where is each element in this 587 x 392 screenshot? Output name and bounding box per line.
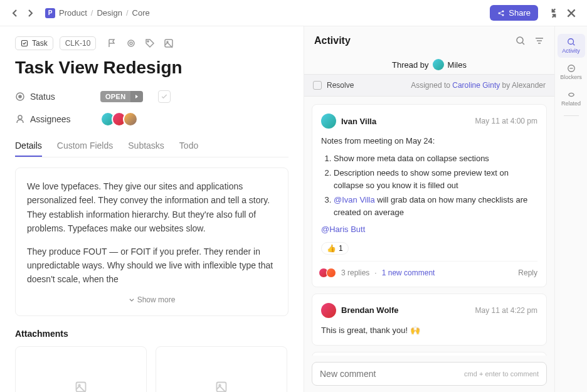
mention[interactable]: @Haris Butt [321, 223, 537, 236]
tab-todo[interactable]: Todo [179, 135, 198, 157]
share-button-label: Share [509, 8, 531, 18]
svg-point-1 [502, 10, 504, 12]
breadcrumb-item[interactable]: Product [59, 8, 87, 18]
task-type-chip[interactable]: Task [15, 36, 53, 50]
divider [564, 115, 579, 116]
avatar [321, 303, 336, 318]
avatar [321, 114, 336, 129]
person-icon [15, 114, 25, 124]
description-text: We love typefaces. They give our sites a… [27, 179, 277, 287]
sidebar-item-label: Blockers [560, 74, 582, 80]
breadcrumb-separator: / [126, 8, 129, 18]
comment-body: This is great, thank you! 🙌 [321, 324, 537, 337]
attachments-label: Attachments [15, 329, 288, 339]
resolve-label: Resolve [327, 81, 411, 90]
attachment-placeholder[interactable] [156, 346, 287, 392]
comment-author: Brendan Wolfe [341, 305, 475, 315]
reaction-button[interactable]: 👍 1 [321, 242, 349, 255]
breadcrumb-item[interactable]: Design [97, 8, 122, 18]
status-icon [15, 92, 25, 102]
filter-icon[interactable] [534, 36, 544, 46]
svg-point-6 [147, 41, 149, 42]
check-square-icon [21, 40, 28, 47]
thumbs-up-icon: 👍 [327, 244, 336, 253]
mention[interactable]: @Ivan Villa [334, 195, 375, 204]
comment: Ivan Villa May 11 at 4:00 pm Notes from … [312, 104, 547, 287]
activity-title: Activity [314, 35, 516, 46]
task-header-row: Task CLK-10 [15, 36, 288, 50]
comment-input[interactable] [320, 369, 464, 379]
sidebar-item-label: Related [561, 100, 581, 107]
comments-list: Ivan Villa May 11 at 4:00 pm Notes from … [304, 97, 554, 356]
tab-subtasks[interactable]: Subtasks [128, 135, 164, 157]
image-icon [215, 381, 228, 392]
resolve-checkbox[interactable] [313, 81, 322, 90]
reply-button[interactable]: Reply [518, 268, 537, 277]
svg-point-2 [502, 14, 504, 16]
comment-time: May 11 at 4:00 pm [475, 117, 537, 125]
search-icon [567, 38, 576, 46]
comment-body: Notes from meeting on May 24: Show more … [321, 135, 537, 236]
tab-custom-fields[interactable]: Custom Fields [57, 135, 113, 157]
status-badge[interactable]: OPEN [100, 91, 143, 102]
svg-point-11 [18, 115, 22, 119]
share-button[interactable]: Share [490, 5, 538, 21]
avatar [326, 268, 336, 278]
assignee-avatars[interactable] [100, 112, 138, 127]
breadcrumb-item[interactable]: Core [132, 8, 150, 18]
attachment-placeholder[interactable] [15, 346, 147, 392]
avatar [123, 112, 138, 127]
comment: Brendan Wolfe May 11 at 4:22 pm This is … [312, 294, 547, 346]
close-icon[interactable] [566, 8, 577, 19]
comment-author: Ivan Villa [341, 117, 475, 126]
complete-checkbox[interactable] [158, 90, 171, 103]
reaction-count: 1 [339, 244, 343, 253]
sidebar-item-related[interactable]: Related [558, 87, 585, 110]
assignees-row: Assignees [15, 112, 288, 127]
share-icon [497, 9, 505, 17]
show-more-button[interactable]: Show more [27, 295, 277, 304]
svg-point-5 [130, 42, 132, 45]
project-icon: P [45, 8, 55, 18]
blocker-icon [567, 64, 576, 73]
svg-point-4 [128, 40, 134, 46]
comment-footer: 3 replies · 1 new comment Reply [321, 261, 537, 278]
svg-point-10 [19, 95, 21, 98]
composer: cmd + enter to comment [304, 356, 554, 392]
related-icon [567, 90, 576, 99]
assigned-text: Assigned to Caroline Ginty by Alexander [411, 81, 546, 90]
status-next-button[interactable] [130, 91, 143, 102]
composer-box[interactable]: cmd + enter to comment [312, 362, 547, 386]
tab-details[interactable]: Details [15, 135, 42, 157]
new-comment-link[interactable]: 1 new comment [382, 268, 435, 277]
chevron-down-icon [129, 297, 135, 303]
activity-header: Activity [304, 26, 554, 55]
right-sidebar: Activity Blockers Related [554, 26, 587, 392]
flag-icon[interactable] [107, 38, 117, 48]
search-icon[interactable] [516, 36, 526, 46]
nav-forward-button[interactable] [25, 8, 35, 18]
sidebar-item-activity[interactable]: Activity [558, 34, 585, 58]
thread-author: Miles [448, 60, 467, 70]
description-box: We love typefaces. They give our sites a… [15, 167, 288, 316]
status-badge-text: OPEN [100, 91, 130, 102]
sidebar-item-blockers[interactable]: Blockers [558, 60, 585, 84]
minimize-icon[interactable] [548, 8, 559, 19]
topbar-icons [548, 8, 577, 19]
task-id-chip[interactable]: CLK-10 [60, 36, 97, 50]
tabs: Details Custom Fields Subtasks Todo [15, 135, 288, 157]
replies-count[interactable]: 3 replies [341, 268, 369, 277]
image-icon[interactable] [164, 38, 174, 48]
task-panel: Task CLK-10 Task View Redesign Status OP… [0, 26, 304, 392]
nav-arrows [10, 8, 35, 18]
attachments-grid [15, 346, 288, 392]
image-icon [75, 381, 87, 392]
target-icon[interactable] [126, 38, 136, 48]
status-row: Status OPEN [15, 90, 288, 103]
tag-icon[interactable] [145, 38, 155, 48]
composer-hint: cmd + enter to comment [464, 370, 539, 378]
status-label: Status [15, 92, 90, 102]
assignees-label: Assignees [15, 114, 90, 124]
nav-back-button[interactable] [10, 8, 20, 18]
task-header-icons [107, 38, 174, 48]
